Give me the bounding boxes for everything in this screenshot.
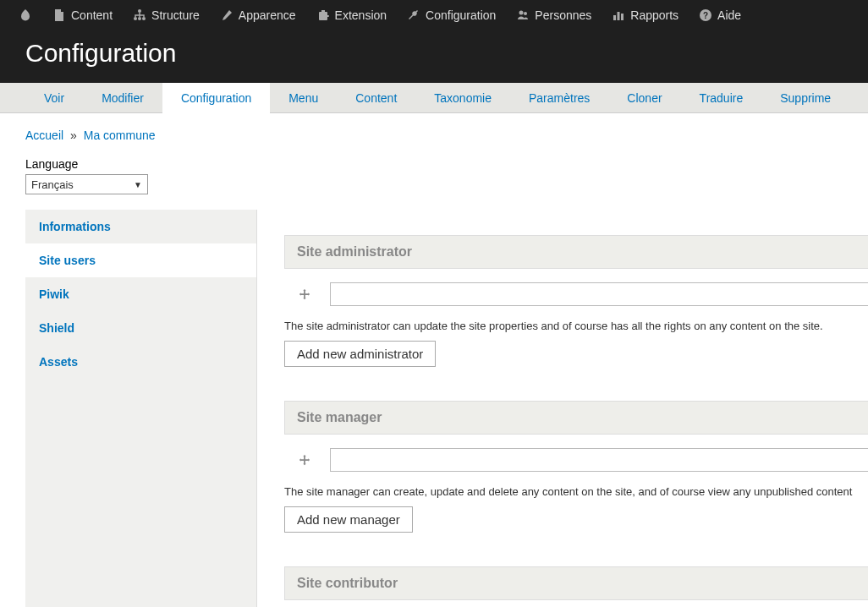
- svg-point-5: [524, 12, 527, 15]
- toolbar-config[interactable]: Configuration: [397, 0, 506, 30]
- file-icon: [52, 8, 66, 22]
- toolbar-label: Content: [71, 8, 113, 22]
- svg-rect-6: [613, 15, 616, 20]
- add-manager-button[interactable]: Add new manager: [284, 506, 413, 533]
- add-administrator-button[interactable]: Add new administrator: [284, 341, 436, 367]
- section-site-contributor: Site contributor: [284, 566, 868, 607]
- breadcrumb-current[interactable]: Ma commune: [84, 129, 156, 142]
- tab-taxonomie[interactable]: Taxonomie: [415, 83, 510, 113]
- toolbar-label: Apparence: [239, 8, 296, 22]
- tab-traduire[interactable]: Traduire: [681, 83, 762, 113]
- reports-icon: [612, 8, 625, 22]
- toolbar-label: Extension: [335, 8, 387, 22]
- drupal-icon: [19, 8, 32, 22]
- tab-menu[interactable]: Menu: [270, 83, 337, 113]
- main-region: Informations Site users Piwik Shield Ass…: [0, 210, 868, 607]
- toolbar-label: Aide: [717, 8, 741, 22]
- section-title: Site contributor: [284, 566, 868, 600]
- toolbar-appearance[interactable]: Apparence: [210, 0, 306, 30]
- toolbar-extension[interactable]: Extension: [306, 0, 397, 30]
- toolbar-label: Structure: [151, 8, 200, 22]
- language-value: Français: [31, 178, 74, 191]
- section-row: [284, 435, 868, 485]
- manager-input[interactable]: [330, 448, 868, 472]
- help-icon: ?: [699, 8, 712, 22]
- language-block: Language Français ▼: [0, 150, 868, 210]
- tab-modifier[interactable]: Modifier: [83, 83, 162, 113]
- svg-text:?: ?: [703, 11, 708, 20]
- sidebar-item-shield[interactable]: Shield: [25, 311, 256, 345]
- tab-cloner[interactable]: Cloner: [608, 83, 680, 113]
- language-label: Language: [25, 157, 843, 171]
- tab-voir[interactable]: Voir: [25, 83, 83, 113]
- svg-point-0: [138, 9, 141, 13]
- toolbar-people[interactable]: Personnes: [506, 0, 602, 30]
- sidebar-item-piwik[interactable]: Piwik: [25, 277, 256, 311]
- toolbar-structure[interactable]: Structure: [123, 0, 210, 30]
- extension-icon: [316, 8, 330, 22]
- caret-down-icon: ▼: [134, 180, 142, 189]
- section-row: [284, 269, 868, 320]
- section-description: The site manager can create, update and …: [284, 485, 868, 506]
- toolbar-label: Personnes: [535, 8, 591, 22]
- svg-rect-8: [621, 14, 624, 20]
- toolbar-home[interactable]: [8, 0, 42, 30]
- svg-point-1: [134, 17, 137, 20]
- vertical-tabs: Informations Site users Piwik Shield Ass…: [25, 210, 257, 607]
- tab-supprime[interactable]: Supprime: [761, 83, 849, 113]
- page-title: Configuration: [25, 39, 843, 68]
- local-tabs: Voir Modifier Configuration Menu Content…: [0, 83, 868, 113]
- section-description: The site administrator can update the si…: [284, 320, 868, 341]
- svg-rect-7: [618, 12, 620, 20]
- tab-parametres[interactable]: Paramètres: [510, 83, 608, 113]
- sidebar-item-assets[interactable]: Assets: [25, 345, 256, 379]
- admin-toolbar: Content Structure Apparence Extension Co…: [0, 0, 868, 30]
- administrator-input[interactable]: [330, 282, 868, 306]
- toolbar-help[interactable]: ? Aide: [689, 0, 751, 30]
- section-row: [284, 600, 868, 607]
- svg-point-2: [138, 17, 141, 20]
- section-site-manager: Site manager The site manager can create…: [284, 401, 868, 533]
- svg-point-3: [142, 17, 146, 20]
- tab-content[interactable]: Content: [337, 83, 415, 113]
- section-title: Site manager: [284, 401, 868, 435]
- sidebar-item-informations[interactable]: Informations: [25, 210, 256, 243]
- language-select[interactable]: Français ▼: [25, 174, 148, 194]
- toolbar-label: Configuration: [426, 8, 496, 22]
- drag-handle-icon[interactable]: [296, 286, 313, 303]
- svg-point-4: [519, 11, 524, 15]
- appearance-icon: [220, 8, 233, 22]
- drag-handle-icon[interactable]: [296, 451, 313, 468]
- structure-icon: [133, 8, 146, 22]
- tab-configuration[interactable]: Configuration: [162, 83, 270, 113]
- content-region: Site administrator The site administrato…: [257, 210, 868, 607]
- sidebar-item-site-users[interactable]: Site users: [25, 243, 256, 277]
- people-icon: [516, 8, 530, 22]
- config-icon: [407, 8, 420, 22]
- page-header: Configuration: [0, 30, 868, 83]
- breadcrumb-home[interactable]: Accueil: [25, 129, 63, 142]
- toolbar-content[interactable]: Content: [42, 0, 123, 30]
- toolbar-label: Rapports: [630, 8, 678, 22]
- breadcrumb-sep: »: [70, 129, 77, 142]
- section-site-administrator: Site administrator The site administrato…: [284, 235, 868, 367]
- breadcrumb: Accueil » Ma commune: [0, 113, 868, 150]
- toolbar-reports[interactable]: Rapports: [602, 0, 689, 30]
- section-title: Site administrator: [284, 235, 868, 269]
